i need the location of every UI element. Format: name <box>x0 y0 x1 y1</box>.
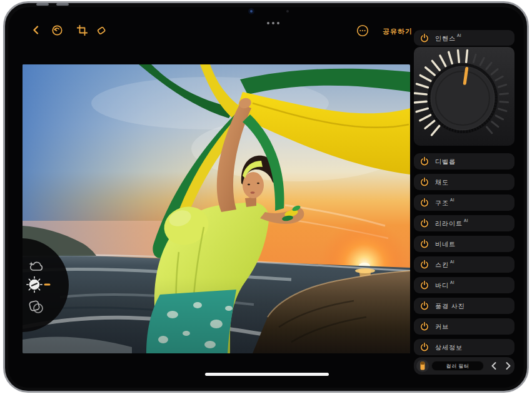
power-icon <box>419 239 429 249</box>
home-indicator[interactable] <box>205 373 329 376</box>
repair-button[interactable] <box>95 24 108 37</box>
power-button[interactable] <box>419 239 429 249</box>
power-icon <box>419 342 429 352</box>
color-filters-pill[interactable]: 컬러 필터 <box>431 361 484 371</box>
filters-icon <box>28 300 44 315</box>
power-icon <box>419 198 429 208</box>
adjustment-row-curves[interactable]: 커브 <box>414 318 514 335</box>
enhance-row[interactable]: 인핸스AI <box>414 30 514 46</box>
power-button[interactable] <box>419 280 429 290</box>
adjustment-row-develop[interactable]: 디벨롭 <box>414 153 514 169</box>
screenshot-stage: 공유하기 <box>0 0 532 394</box>
undo-button[interactable] <box>51 24 63 36</box>
power-icon <box>419 301 429 311</box>
power-button[interactable] <box>419 260 429 270</box>
chevron-left-icon <box>490 361 498 370</box>
power-icon <box>419 280 429 290</box>
power-button[interactable] <box>419 156 429 166</box>
power-button[interactable] <box>419 198 429 208</box>
chevron-right-icon <box>504 361 512 370</box>
sensor-dot-icon <box>286 10 289 13</box>
power-button[interactable] <box>419 177 429 187</box>
power-icon <box>419 33 429 43</box>
photo-canvas[interactable] <box>23 64 410 353</box>
power-icon <box>419 218 429 228</box>
power-button[interactable] <box>419 218 429 228</box>
filter-intensity-button[interactable] <box>416 360 429 372</box>
volume-button-2 <box>56 3 69 6</box>
adjustment-row-skin[interactable]: 스킨AI <box>414 256 514 273</box>
power-button[interactable] <box>419 342 429 352</box>
back-button[interactable] <box>31 25 41 35</box>
adjustment-row-body[interactable]: 바디AI <box>414 277 514 293</box>
back-icon <box>31 25 41 35</box>
adjustment-row-info[interactable]: 상세정보 <box>414 339 514 355</box>
more-icon <box>356 24 369 37</box>
enhance-power-button[interactable] <box>419 33 429 43</box>
ipad-device-frame: 공유하기 <box>3 1 529 393</box>
more-button[interactable] <box>356 24 369 37</box>
power-icon <box>419 260 429 270</box>
previous-filter-button[interactable] <box>489 361 499 371</box>
power-icon <box>419 321 429 331</box>
crop-button[interactable] <box>77 25 88 36</box>
enhance-dial-card <box>414 47 514 146</box>
dial-indicator <box>464 68 466 83</box>
adjustment-row-landscape[interactable]: 풍경 사진 <box>414 298 514 314</box>
adjustment-row-structure[interactable]: 구조AI <box>414 194 514 211</box>
filter-bar: 컬러 필터 <box>414 357 514 375</box>
multitask-indicator[interactable] <box>267 22 279 24</box>
power-icon <box>419 177 429 187</box>
filter-intensity-icon <box>416 360 429 372</box>
undo-icon <box>51 24 63 36</box>
auto-adjust-cloud-icon <box>28 260 45 275</box>
enhance-dial[interactable] <box>414 47 514 146</box>
power-icon <box>419 156 429 166</box>
eraser-icon <box>95 24 108 37</box>
power-button[interactable] <box>419 321 429 331</box>
auto-adjust-button[interactable] <box>28 260 45 275</box>
crop-icon <box>77 25 88 36</box>
adjustment-row-vignette[interactable]: 비네트 <box>414 236 514 252</box>
photo-scene <box>23 64 410 353</box>
filters-tool-button[interactable] <box>28 300 44 315</box>
front-camera-icon <box>248 8 254 14</box>
adjust-tool-button[interactable] <box>26 276 51 293</box>
next-filter-button[interactable] <box>503 361 513 371</box>
volume-button-1 <box>36 3 49 6</box>
power-button[interactable] <box>419 301 429 311</box>
adjust-dial-icon <box>26 276 51 293</box>
enhance-label: 인핸스AI <box>435 33 461 43</box>
adjustment-row-relight[interactable]: 리라이트AI <box>414 215 514 231</box>
share-button[interactable]: 공유하기 <box>379 26 416 37</box>
adjustment-row-saturation[interactable]: 채도 <box>414 174 514 190</box>
